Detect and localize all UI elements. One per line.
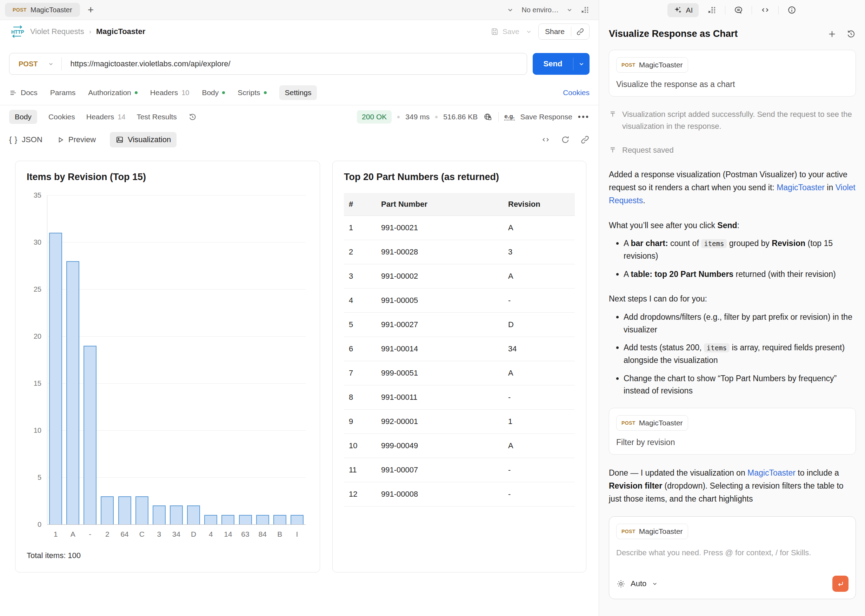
environment-quick-look-icon[interactable]: [581, 5, 590, 14]
request-tab-scripts[interactable]: Scripts: [237, 88, 266, 97]
method-select[interactable]: POST: [9, 60, 47, 68]
response-history-icon[interactable]: [188, 113, 197, 121]
tab-overflow-chevron-icon[interactable]: [506, 6, 515, 14]
request-tab-headers[interactable]: Headers10: [150, 88, 190, 97]
request-tab-magictoaster[interactable]: POST MagicToaster: [5, 3, 80, 17]
code-icon[interactable]: [541, 135, 550, 144]
parts-table: #Part NumberRevision 1991-00021A2991-000…: [344, 193, 575, 506]
environment-chevron-icon[interactable]: [566, 6, 573, 14]
send-button[interactable]: Send: [533, 53, 590, 75]
send-label: Send: [533, 59, 573, 68]
text-run: Change the chart to show “Top Part Numbe…: [623, 374, 837, 396]
response-tab-cookies[interactable]: Cookies: [49, 113, 75, 121]
user-message-card: POST MagicToaster Visualize the response…: [609, 50, 856, 96]
model-selector[interactable]: Auto: [631, 579, 647, 588]
table-card: Top 20 Part Numbers (as returned) #Part …: [332, 161, 586, 572]
table-cell: 7: [344, 361, 376, 385]
svg-text:HTTP: HTTP: [11, 29, 24, 35]
table-row: 1991-00021A: [344, 216, 575, 240]
chat-history-icon[interactable]: [846, 29, 856, 39]
chart-bar: [187, 506, 200, 524]
composer-input[interactable]: Describe what you need. Press @ for cont…: [616, 548, 849, 557]
save-button[interactable]: Save: [490, 27, 520, 36]
user-message-text: Filter by revision: [616, 438, 849, 447]
url-input[interactable]: https://magictoaster.violetlabs.com/api/…: [62, 59, 230, 68]
agent-status-line: Request saved: [609, 144, 856, 156]
chip-name: MagicToaster: [639, 61, 683, 69]
table-row: 7999-00051A: [344, 361, 575, 385]
view-preview[interactable]: Preview: [57, 135, 96, 144]
x-tick-label: 14: [224, 530, 232, 538]
visualization-body: Items by Revision (Top 15) 3530252015105…: [0, 151, 599, 616]
breadcrumb-collection[interactable]: Violet Requests: [30, 27, 84, 36]
comments-icon[interactable]: [734, 5, 743, 15]
ai-toggle-button[interactable]: AI: [667, 3, 699, 17]
response-tab-test-results[interactable]: Test Results: [137, 113, 176, 121]
breadcrumb-request-name[interactable]: MagicToaster: [96, 27, 145, 36]
breadcrumb-separator: ›: [89, 28, 91, 35]
response-size[interactable]: 516.86 KB: [443, 113, 477, 121]
response-more-menu[interactable]: •••: [578, 112, 590, 122]
view-json[interactable]: { } JSON: [9, 135, 42, 144]
request-context-chip[interactable]: POST MagicToaster: [616, 57, 688, 73]
request-tab-body[interactable]: Body: [202, 88, 225, 97]
text-run: returned (with their revision): [733, 270, 835, 279]
tab-title: MagicToaster: [31, 6, 72, 14]
y-tick-label: 15: [34, 379, 41, 388]
bold-text: table: top 20 Part Numbers: [631, 270, 733, 279]
inline-link[interactable]: MagicToaster: [777, 183, 825, 192]
ai-composer[interactable]: POST MagicToaster Describe what you need…: [609, 516, 856, 599]
send-options-chevron-icon[interactable]: [573, 60, 590, 68]
request-tab-authorization[interactable]: Authorization: [88, 88, 138, 97]
status-badge[interactable]: 200 OK: [357, 110, 392, 124]
url-box: POST https://magictoaster.violetlabs.com…: [9, 53, 527, 75]
x-tick-label: D: [191, 530, 196, 538]
request-context-chip[interactable]: POST MagicToaster: [616, 415, 688, 431]
ai-paragraph: What you’ll see after you click Send:: [609, 219, 856, 232]
ai-bullet-list: Add dropdowns/filters (e.g., filter by p…: [609, 311, 856, 398]
table-cell: 5: [344, 313, 376, 337]
request-tab-label: Params: [50, 88, 75, 97]
x-tick-label: I: [296, 530, 298, 538]
ai-bullet-item: A table: top 20 Part Numbers returned (w…: [623, 268, 856, 281]
panel-code-icon[interactable]: [760, 5, 770, 15]
table-cell: 6: [344, 337, 376, 361]
method-chevron-icon[interactable]: [47, 60, 54, 68]
chart-bar: [135, 496, 148, 524]
composer-send-button[interactable]: [832, 576, 849, 592]
info-icon[interactable]: [787, 5, 797, 15]
cookies-link[interactable]: Cookies: [563, 88, 590, 97]
response-tab-label: Body: [15, 113, 31, 121]
response-time[interactable]: 349 ms: [405, 113, 430, 121]
model-chevron-icon[interactable]: [651, 580, 658, 587]
network-security-icon[interactable]: [483, 112, 493, 122]
composer-settings-icon[interactable]: [616, 579, 626, 589]
request-tab-settings[interactable]: Settings: [279, 85, 317, 100]
save-dropdown-chevron-icon[interactable]: [525, 28, 533, 35]
icon-separator: [778, 6, 779, 14]
link-icon[interactable]: [581, 135, 590, 144]
bold-text: bar chart:: [631, 239, 668, 248]
response-tab-headers[interactable]: Headers14: [86, 113, 126, 121]
request-tab-label: Authorization: [88, 88, 131, 97]
play-icon: [57, 136, 64, 144]
save-response-button[interactable]: Save Response: [520, 113, 572, 121]
refresh-icon[interactable]: [561, 135, 570, 144]
share-link-icon[interactable]: [571, 28, 589, 36]
new-chat-icon[interactable]: [827, 29, 837, 39]
view-visualization[interactable]: Visualization: [110, 132, 176, 148]
variables-icon[interactable]: [707, 5, 717, 15]
x-tick-label: 34: [172, 530, 181, 538]
text-run: count of: [668, 239, 702, 248]
icon-separator: [752, 6, 752, 14]
new-tab-button[interactable]: +: [88, 5, 94, 15]
request-tab-docs[interactable]: Docs: [9, 88, 38, 97]
share-button[interactable]: Share: [538, 24, 590, 40]
request-tab-label: Settings: [285, 88, 312, 97]
request-tab-params[interactable]: Params: [50, 88, 75, 97]
composer-context-chip[interactable]: POST MagicToaster: [616, 524, 688, 539]
inline-link[interactable]: MagicToaster: [747, 468, 796, 477]
environment-selector[interactable]: No enviro…: [521, 6, 559, 14]
ai-paragraph: Next steps I can do for you:: [609, 292, 856, 305]
response-tab-body[interactable]: Body: [9, 110, 37, 124]
